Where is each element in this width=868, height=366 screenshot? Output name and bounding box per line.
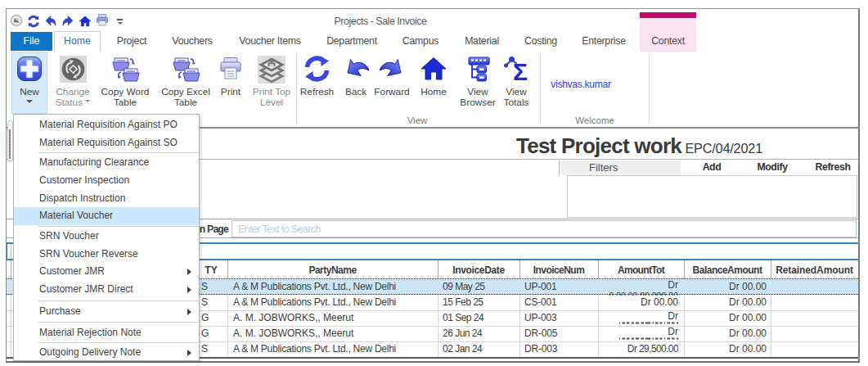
svg-text:Σ: Σ bbox=[513, 58, 528, 82]
